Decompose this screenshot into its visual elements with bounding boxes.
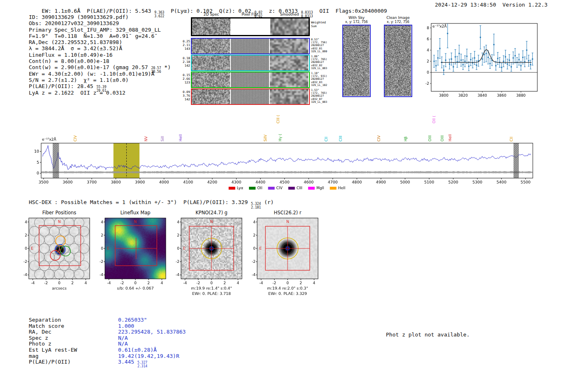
panel-title-lineflux-map: Lineflux Map — [107, 210, 164, 216]
panel-caption-hsc-plae: EWr: 0. PLAE: 3.329 — [255, 291, 321, 296]
info-ewr: EWr = 4.30(±2.00) (w: -1.10(±0.01)e19)Å — [29, 71, 171, 77]
fiber4-meta: 1.53"(172, 765)20200127v032_07329_LL_083 — [311, 89, 336, 104]
lineflux-map-panel — [94, 216, 169, 287]
fiber4-smoothed-image — [270, 89, 308, 104]
match-row-rest-ew: Est LyA rest-EW0.61(±0.28)Å — [29, 347, 186, 353]
header-ew-plae: EW: 1.1±0.6Å P(LAE)/P(OII): 5.543 — [42, 8, 154, 14]
clean-image-title: Clean Image — [382, 16, 414, 20]
weighted-2d-spec-image — [192, 19, 230, 35]
fiber2-smoothed-image — [270, 56, 308, 70]
clean-image — [385, 26, 411, 96]
cutout-row-weighted — [191, 17, 310, 36]
info-plae: P(LAE)/P(OII): 28.45 55.3920.61 — [29, 83, 171, 89]
fiber3-2d-spec-image — [192, 72, 230, 87]
column-header-pixel-flat: Pixel Flat — [230, 12, 269, 16]
fiber1-weights: 0.252.11143 — [171, 39, 190, 51]
fiber-positions-panel — [18, 216, 93, 287]
info-id: ID: 3090133629 (3090133629.pdf) — [29, 14, 171, 20]
info-obs: Obs: 20200127v032_3090133629 — [29, 20, 171, 26]
clean-image-frame — [384, 25, 412, 97]
panel-caption-arcsecs: arcsecs — [26, 286, 92, 290]
panel-caption-kpno-plae: EWr: 0. PLAE: 3.718 — [179, 291, 244, 296]
cutout-row-fiber2 — [191, 55, 310, 71]
with-sky-image-frame — [342, 25, 371, 97]
info-cont-w: Cont(w) = 2.90(±0.01)e-17 (gmag 20.57 20… — [29, 64, 171, 70]
match-row-specz: Spec zN/A — [29, 335, 186, 341]
with-sky-title: With Sky — [342, 16, 371, 20]
info-primary-amp: Primary Spec_Slot_IFU_AMP: 329_088_029_L… — [29, 27, 171, 33]
with-sky-coords: x, y: 172, 756 — [340, 20, 373, 24]
fiber1-pixel-flat-image — [231, 39, 269, 53]
cutout-row-fiber1 — [191, 38, 310, 54]
panel-title-fiber-positions: Fiber Positions — [30, 210, 88, 216]
elixer-report-page: EW: 1.1±0.6Å P(LAE)/P(OII): 5.543 9.3633… — [0, 0, 576, 392]
fiber2-pixel-flat-image — [231, 56, 269, 70]
fiber2-weights: 0.182.18142 — [171, 56, 190, 67]
header-timestamp: 2024-12-29 13:48:50 Version 1.22.3 — [435, 2, 548, 8]
info-lambda-sigma: λ = 3844.2Å σ = 3.42(±3.52)Å — [29, 45, 171, 51]
fiber3-meta: 1.10"(172, 931)20200127v032_03329_LL_102 — [311, 72, 336, 87]
column-header-smoothed: Smoothed — [270, 12, 309, 16]
info-lineflux: LineFlux = 1.10(±0.49)e-16 — [29, 52, 171, 58]
fiber3-pixel-flat-image — [231, 72, 269, 87]
match-row-mag: mag19.42(19.42,19.43)R — [29, 353, 186, 359]
photz-unavailable-notice: Phot z plot not available. — [386, 332, 470, 338]
fiber2-2d-spec-image — [192, 56, 230, 70]
weighted-smoothed-image — [270, 19, 309, 35]
fiber4-weights: 0.093.76142 — [171, 90, 190, 101]
fiber1-smoothed-image — [270, 39, 308, 53]
fiber1-2d-spec-image — [192, 39, 230, 53]
match-row-radec: RA, Dec223.295428, 51.837863 — [29, 329, 186, 335]
info-redshifts: LyA z = 2.1622 OII z = 0.0312 — [29, 90, 171, 96]
cutout-row-fiber4 — [191, 88, 310, 105]
fiber4-2d-spec-image — [192, 89, 230, 104]
panel-caption-kpno-mag: m:19.9 re:1.4" s:0.4" — [179, 286, 244, 290]
match-row-score: Match score1.000 — [29, 323, 186, 329]
with-sky-image — [343, 26, 369, 96]
header-flags: OII Flags:0x20400009 — [313, 8, 387, 14]
kpno-cutout-panel — [170, 216, 245, 287]
match-row-plae: P(LAE)/P(OII)3.445 5.3272.314 — [29, 359, 186, 365]
info-seeing: F=1.9" T=0.118 N̄=1.30 A=0.91̄ g=24.6̄ — [29, 33, 171, 39]
info-radec: RA,Dec (223.295532,51.837898) — [29, 39, 171, 45]
fiber1-meta: 0.53"(172, 756)20200127v032_01329_LL_080 — [311, 38, 336, 53]
panel-title-kpno-g: KPNO(24.7) g — [183, 210, 240, 216]
clean-image-coords: x, y: 172, 756 — [382, 20, 414, 24]
info-sn-chi2: S/N = 2.7(±1.2) χ² = 1.1(±0.0) — [29, 77, 171, 83]
cutout-row-fiber3 — [191, 72, 310, 88]
fiber2-meta: 1.06"(172, 765)20200127v032_02329_LL_083 — [311, 55, 336, 70]
panel-title-hsc-r: HSC(26.2) r — [259, 210, 316, 216]
match-table: Separation0.265033" Match score1.000 RA,… — [29, 317, 186, 365]
column-header-2d-spec: 2D Spec — [192, 12, 230, 16]
fiber4-pixel-flat-image — [231, 89, 269, 104]
fiber3-smoothed-image — [270, 72, 308, 87]
match-row-separation: Separation0.265033" — [29, 317, 186, 323]
line-fit-chart — [417, 20, 541, 99]
weighted-sum-label: WeightedSum — [311, 21, 326, 28]
info-cont-n: Cont(n) = 8.00(±0.00)e-18 — [29, 58, 171, 64]
fiber3-weights: 0.152.66123 — [171, 73, 190, 84]
panel-caption-sb: s/b: 0.64 +/- 0.067 — [102, 286, 168, 290]
hsc-match-summary: HSC-DEX : Possible Matches = 1 (within +… — [29, 199, 274, 209]
match-row-photoz: Photo zN/A — [29, 341, 186, 347]
full-spectrum-chart — [21, 110, 543, 193]
detection-info-block: ID: 3090133629 (3090133629.pdf) Obs: 202… — [29, 14, 171, 96]
panel-caption-hsc-mag: m:19.4 re:2.0" s:0.3" — [255, 286, 321, 290]
hsc-cutout-panel — [246, 216, 321, 287]
